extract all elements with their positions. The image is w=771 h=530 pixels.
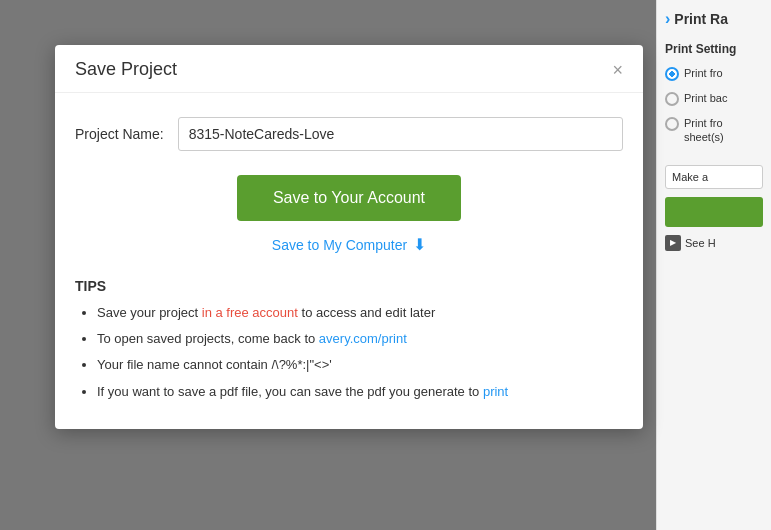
- radio-front-label: Print fro: [684, 66, 723, 80]
- save-computer-text: Save to My Computer: [272, 237, 407, 253]
- tip-1: Save your project in a free account to a…: [97, 304, 623, 322]
- tips-title: TIPS: [75, 278, 623, 294]
- radio-sheets[interactable]: [665, 117, 679, 131]
- tips-section: TIPS Save your project in a free account…: [75, 274, 623, 401]
- play-icon: [665, 235, 681, 251]
- radio-front[interactable]: [665, 67, 679, 81]
- tip-2: To open saved projects, come back to ave…: [97, 330, 623, 348]
- radio-sheets-label: Print fro sheet(s): [684, 116, 763, 145]
- print-ra-header: › Print Ra: [665, 10, 763, 28]
- print-ra-title: Print Ra: [674, 11, 728, 27]
- see-h-text: See H: [685, 237, 716, 249]
- print-settings-label: Print Setting: [665, 42, 763, 56]
- save-account-button[interactable]: Save to Your Account: [237, 175, 461, 221]
- project-name-row: Project Name:: [75, 117, 623, 151]
- make-a-button[interactable]: Make a: [665, 165, 763, 189]
- radio-option-1[interactable]: Print fro: [665, 66, 763, 81]
- chevron-right-icon: ›: [665, 10, 670, 28]
- save-project-modal: Save Project × Project Name: Save to You…: [55, 45, 643, 429]
- green-action-button[interactable]: [665, 197, 763, 227]
- tip-1-highlight: in a free account: [202, 305, 298, 320]
- radio-option-2[interactable]: Print bac: [665, 91, 763, 106]
- modal-body: Project Name: Save to Your Account Save …: [55, 93, 643, 429]
- modal-title: Save Project: [75, 59, 177, 80]
- tip-4-link[interactable]: print: [483, 384, 508, 399]
- save-computer-link[interactable]: Save to My Computer ⬇: [75, 235, 623, 254]
- download-icon: ⬇: [413, 235, 426, 254]
- modal-close-button[interactable]: ×: [612, 61, 623, 79]
- modal-header: Save Project ×: [55, 45, 643, 93]
- see-h-row: See H: [665, 235, 763, 251]
- tip-4: If you want to save a pdf file, you can …: [97, 383, 623, 401]
- radio-back[interactable]: [665, 92, 679, 106]
- radio-option-3[interactable]: Print fro sheet(s): [665, 116, 763, 145]
- tip-3: Your file name cannot contain /\?%*:|"<>…: [97, 356, 623, 374]
- tips-list: Save your project in a free account to a…: [75, 304, 623, 401]
- tip-2-link[interactable]: avery.com/print: [319, 331, 407, 346]
- project-name-label: Project Name:: [75, 126, 164, 142]
- right-panel: › Print Ra Print Setting Print fro Print…: [656, 0, 771, 530]
- radio-back-label: Print bac: [684, 91, 727, 105]
- project-name-input[interactable]: [178, 117, 623, 151]
